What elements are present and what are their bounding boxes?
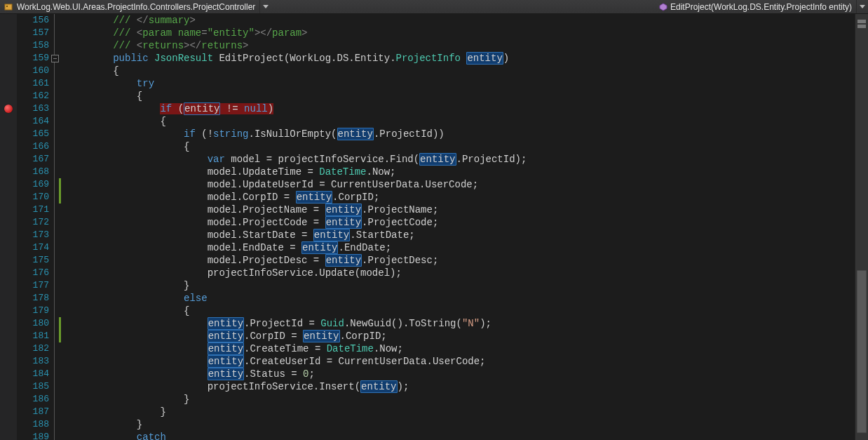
line-number: 166 <box>17 140 49 153</box>
line-number: 176 <box>17 267 49 279</box>
vertical-scrollbar[interactable] <box>855 14 868 440</box>
code-line[interactable]: if (!string.IsNullOrEmpty(entity.Project… <box>66 128 868 140</box>
code-line[interactable]: { <box>66 90 868 102</box>
navigation-bar: WorkLog.Web.UI.Areas.ProjectInfo.Control… <box>0 0 868 14</box>
svg-marker-2 <box>660 4 667 11</box>
breadcrumb-class-dropdown-icon[interactable] <box>260 0 271 13</box>
change-marker <box>59 178 61 191</box>
code-line[interactable]: projectInfoService.Insert(entity); <box>66 380 868 393</box>
change-marker <box>59 330 61 342</box>
line-number: 180 <box>17 317 49 330</box>
code-line[interactable]: model.ProjectName = entity.ProjectName; <box>66 204 868 216</box>
code-line[interactable]: { <box>66 305 868 317</box>
breadcrumb-class[interactable]: WorkLog.Web.UI.Areas.ProjectInfo.Control… <box>0 0 260 13</box>
method-icon <box>659 3 667 11</box>
code-line[interactable]: var model = projectInfoService.Find(enti… <box>66 153 868 166</box>
scrollbar-thumb[interactable] <box>857 270 867 433</box>
code-line[interactable]: model.StartDate = entity.StartDate; <box>66 229 868 241</box>
breadcrumb-class-text: WorkLog.Web.UI.Areas.ProjectInfo.Control… <box>17 2 255 12</box>
code-line[interactable]: /// </summary> <box>66 14 868 27</box>
breadcrumb-member-text: EditProject(WorkLog.DS.Entity.ProjectInf… <box>670 2 852 12</box>
code-line[interactable]: } <box>66 393 868 406</box>
line-number: 164 <box>17 115 49 128</box>
line-number: 187 <box>17 406 49 418</box>
line-number: 177 <box>17 279 49 292</box>
line-number: 173 <box>17 229 49 241</box>
outline-guide <box>54 14 55 440</box>
line-number: 184 <box>17 368 49 380</box>
code-line[interactable]: try <box>66 77 868 90</box>
line-number-gutter: 1561571581591601611621631641651661671681… <box>17 14 52 440</box>
code-line[interactable]: /// <param name="entity"></param> <box>66 27 868 39</box>
line-number: 186 <box>17 393 49 406</box>
line-number: 163 <box>17 102 49 115</box>
code-line[interactable]: entity.Status = 0; <box>66 368 868 380</box>
code-line[interactable]: catch <box>66 431 868 440</box>
line-number: 171 <box>17 204 49 216</box>
code-line[interactable]: } <box>66 406 868 418</box>
collapse-toggle-icon[interactable] <box>51 55 59 62</box>
svg-rect-1 <box>6 6 8 7</box>
code-line[interactable]: { <box>66 140 868 153</box>
glyph-margin[interactable] <box>0 14 17 440</box>
line-number: 156 <box>17 14 49 27</box>
outline-margin[interactable] <box>52 14 62 440</box>
code-line[interactable]: model.ProjectDesc = entity.ProjectDesc; <box>66 254 868 267</box>
code-editor[interactable]: 1561571581591601611621631641651661671681… <box>0 14 868 440</box>
class-icon <box>4 3 14 11</box>
code-line[interactable]: /// <returns></returns> <box>66 39 868 52</box>
code-line[interactable]: { <box>66 65 868 77</box>
code-line[interactable]: if (entity != null) <box>66 102 868 115</box>
code-line[interactable]: entity.CreateUserId = CurrentUserData.Us… <box>66 355 868 368</box>
code-line[interactable]: model.EndDate = entity.EndDate; <box>66 241 868 254</box>
line-number: 161 <box>17 77 49 90</box>
line-number: 159 <box>17 52 49 65</box>
line-number: 181 <box>17 330 49 342</box>
line-number: 188 <box>17 418 49 431</box>
breakpoint-icon[interactable] <box>4 105 13 113</box>
change-marker <box>59 191 61 204</box>
svg-rect-3 <box>857 20 866 23</box>
line-number: 169 <box>17 178 49 191</box>
code-line[interactable]: else <box>66 292 868 305</box>
code-line[interactable]: entity.ProjectId = Guid.NewGuid().ToStri… <box>66 317 868 330</box>
code-line[interactable]: public JsonResult EditProject(WorkLog.DS… <box>66 52 868 65</box>
code-line[interactable]: { <box>66 115 868 128</box>
line-number: 168 <box>17 166 49 178</box>
code-line[interactable]: projectInfoService.Update(model); <box>66 267 868 279</box>
line-number: 167 <box>17 153 49 166</box>
line-number: 183 <box>17 355 49 368</box>
line-number: 175 <box>17 254 49 267</box>
code-line[interactable]: model.CorpID = entity.CorpID; <box>66 191 868 204</box>
code-line[interactable]: } <box>66 279 868 292</box>
line-number: 158 <box>17 39 49 52</box>
line-number: 170 <box>17 191 49 204</box>
line-number: 157 <box>17 27 49 39</box>
code-line[interactable]: entity.CorpID = entity.CorpID; <box>66 330 868 342</box>
line-number: 185 <box>17 380 49 393</box>
code-line[interactable]: entity.CreateTime = DateTime.Now; <box>66 342 868 355</box>
code-line[interactable]: } <box>66 418 868 431</box>
code-line[interactable]: model.ProjectCode = entity.ProjectCode; <box>66 216 868 229</box>
line-number: 182 <box>17 342 49 355</box>
line-number: 162 <box>17 90 49 102</box>
code-line[interactable]: model.UpdateUserId = CurrentUserData.Use… <box>66 178 868 191</box>
breadcrumb-member-dropdown-icon[interactable] <box>857 0 868 13</box>
line-number: 174 <box>17 241 49 254</box>
code-area[interactable]: /// </summary> /// <param name="entity">… <box>62 14 868 440</box>
line-number: 189 <box>17 431 49 440</box>
line-number: 172 <box>17 216 49 229</box>
line-number: 160 <box>17 65 49 77</box>
line-number: 165 <box>17 128 49 140</box>
svg-rect-0 <box>5 4 12 10</box>
line-number: 178 <box>17 292 49 305</box>
breadcrumb-member[interactable]: EditProject(WorkLog.DS.Entity.ProjectInf… <box>652 0 857 13</box>
line-number: 179 <box>17 305 49 317</box>
svg-rect-4 <box>857 25 866 28</box>
code-line[interactable]: model.UpdateTime = DateTime.Now; <box>66 166 868 178</box>
change-marker <box>59 317 61 330</box>
split-editor-icon[interactable] <box>857 20 866 28</box>
